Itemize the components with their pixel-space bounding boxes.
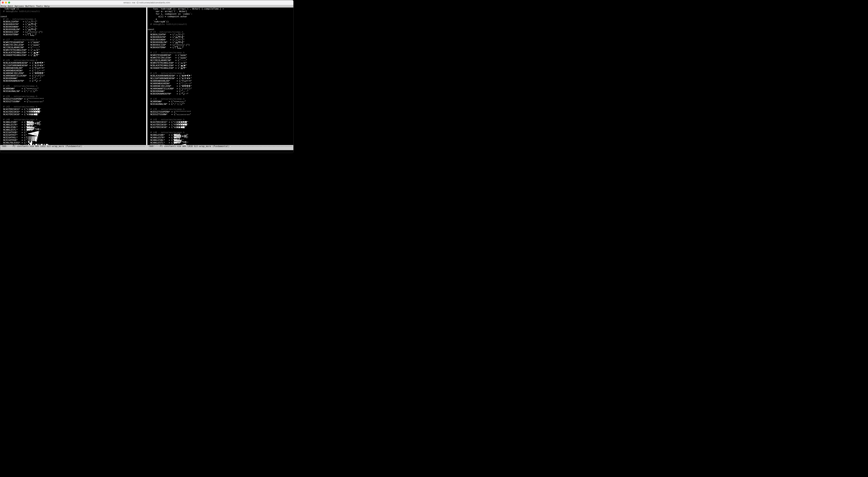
close-icon[interactable] [2,2,4,4]
menu-options[interactable]: Options [14,5,24,7]
split-panes: `toArrayW`() # debugEcho toStrLit(result… [0,7,293,145]
minibuffer[interactable] [0,150,293,153]
traffic-lights [2,2,10,4]
menu-file[interactable]: File [1,5,7,7]
menu-tools[interactable]: Tools [36,5,43,7]
minimize-icon[interactable] [5,2,7,4]
right-buffer[interactable]: func `toArrayW`(): array[`l`, Wchar] {.c… [147,7,293,145]
modeline-left[interactable]: -UUU:----F1 constants.nim 90% L652 Git-w… [0,145,146,150]
zoom-icon[interactable] [8,2,10,4]
menu-edit[interactable]: Edit [7,5,14,7]
menu-help[interactable]: Help [44,5,50,7]
left-buffer[interactable]: `toArrayW`() # debugEcho toStrLit(result… [0,7,146,145]
modelines: -UUU:----F1 constants.nim 90% L652 Git-w… [0,145,293,150]
emacs-window: emacs -nw -Q notcurses/abi/constants.nim… [0,0,293,153]
emacs-menubar[interactable]: File Edit Options Buffers Tools Help [0,5,293,7]
window-title: emacs -nw -Q notcurses/abi/constants.nim [123,1,170,4]
modeline-right[interactable]: -UUU:----F1 constants.nim 90% L616 Git-w… [147,145,293,150]
macos-titlebar: emacs -nw -Q notcurses/abi/constants.nim [0,0,293,5]
menu-buffers[interactable]: Buffers [25,5,35,7]
